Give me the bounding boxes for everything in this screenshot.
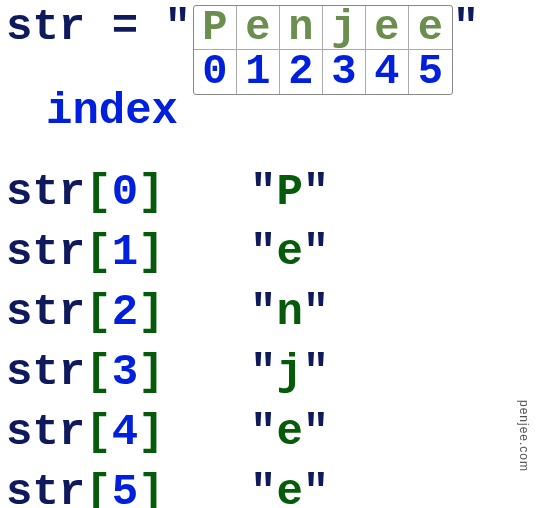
char-cell: e	[409, 6, 452, 50]
bracket-open: [	[85, 287, 111, 337]
index-row: 0 1 2 3 4 5	[194, 50, 452, 94]
string-assignment-diagram: str = " P e n j e e 0 1 2 3 4 5 " index	[0, 0, 545, 134]
result-open-quote: "	[250, 347, 276, 397]
index-lookup-list: str[0] "P" str[1] "e" str[2] "n" str[3] …	[0, 162, 545, 508]
result-open-quote: "	[250, 287, 276, 337]
close-quote: "	[453, 2, 479, 52]
result-close-quote: "	[303, 347, 329, 397]
lookup-result: e	[276, 227, 302, 277]
result-open-quote: "	[250, 467, 276, 508]
lookup-var: str	[6, 347, 85, 397]
bracket-open: [	[85, 407, 111, 457]
result-close-quote: "	[303, 167, 329, 217]
open-quote: "	[164, 2, 190, 52]
index-cell: 1	[237, 50, 280, 94]
lookup-index: 1	[112, 227, 138, 277]
lookup-row: str[0] "P"	[6, 162, 545, 222]
lookup-index: 0	[112, 167, 138, 217]
bracket-close: ]	[138, 407, 164, 457]
index-label: index	[46, 86, 178, 136]
result-close-quote: "	[303, 227, 329, 277]
lookup-index: 4	[112, 407, 138, 457]
char-cell: n	[280, 6, 323, 50]
lookup-result: j	[276, 347, 302, 397]
result-close-quote: "	[303, 407, 329, 457]
bracket-close: ]	[138, 167, 164, 217]
lookup-result: e	[276, 467, 302, 508]
bracket-open: [	[85, 167, 111, 217]
index-cell: 4	[366, 50, 409, 94]
lookup-var: str	[6, 227, 85, 277]
lookup-result: e	[276, 407, 302, 457]
char-index-table: P e n j e e 0 1 2 3 4 5	[193, 5, 453, 95]
index-cell: 2	[280, 50, 323, 94]
result-close-quote: "	[303, 467, 329, 508]
result-open-quote: "	[250, 227, 276, 277]
equals-sign: =	[112, 2, 138, 52]
assignment-line: str = " P e n j e e 0 1 2 3 4 5 "	[6, 2, 545, 92]
lookup-result: n	[276, 287, 302, 337]
result-open-quote: "	[250, 407, 276, 457]
lookup-result: P	[276, 167, 302, 217]
index-cell: 0	[194, 50, 237, 94]
lookup-var: str	[6, 167, 85, 217]
char-cell: j	[323, 6, 366, 50]
lookup-row: str[5] "e"	[6, 462, 545, 508]
lookup-var: str	[6, 287, 85, 337]
bracket-open: [	[85, 227, 111, 277]
char-cell: P	[194, 6, 237, 50]
char-cell: e	[366, 6, 409, 50]
bracket-open: [	[85, 467, 111, 508]
index-cell: 5	[409, 50, 452, 94]
char-row: P e n j e e	[194, 6, 452, 50]
lookup-index: 5	[112, 467, 138, 508]
lookup-index: 3	[112, 347, 138, 397]
index-cell: 3	[323, 50, 366, 94]
result-close-quote: "	[303, 287, 329, 337]
bracket-close: ]	[138, 227, 164, 277]
char-cell: e	[237, 6, 280, 50]
var-name: str	[6, 2, 85, 52]
bracket-open: [	[85, 347, 111, 397]
result-open-quote: "	[250, 167, 276, 217]
bracket-close: ]	[138, 467, 164, 508]
lookup-var: str	[6, 407, 85, 457]
lookup-index: 2	[112, 287, 138, 337]
bracket-close: ]	[138, 287, 164, 337]
lookup-row: str[3] "j"	[6, 342, 545, 402]
lookup-row: str[2] "n"	[6, 282, 545, 342]
lookup-row: str[4] "e"	[6, 402, 545, 462]
bracket-close: ]	[138, 347, 164, 397]
lookup-row: str[1] "e"	[6, 222, 545, 282]
lookup-var: str	[6, 467, 85, 508]
watermark: penjee.com	[517, 400, 531, 472]
